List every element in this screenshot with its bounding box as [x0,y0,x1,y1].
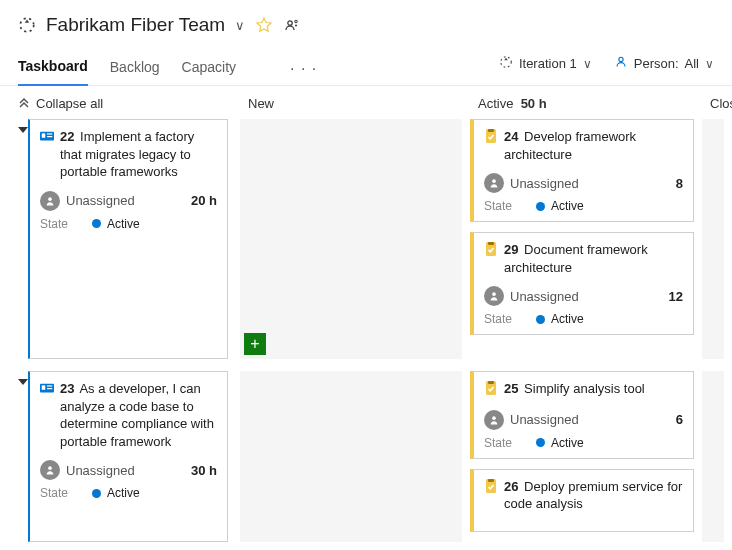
task-title: Deploy premium service for code analysis [504,479,682,512]
task-card[interactable]: 25 Simplify analysis tool Unassigned 6 S… [470,371,694,459]
tab-taskboard[interactable]: Taskboard [18,52,88,86]
person-value: All [685,56,699,71]
add-task-button[interactable]: + [244,333,266,355]
state-dot-icon [536,438,545,447]
svg-rect-22 [488,381,494,384]
closed-drop-zone[interactable] [702,119,724,359]
svg-rect-11 [488,129,494,132]
task-icon [484,129,498,148]
pbi-card[interactable]: 23 As a developer, I can analyze a code … [28,371,228,542]
svg-point-1 [288,21,292,25]
task-icon [484,381,498,400]
pbi-card[interactable]: 22 Implement a factory that migrates leg… [28,119,228,359]
pbi-hours: 20 h [191,193,217,208]
svg-point-12 [492,179,496,183]
pbi-id: 22 [60,129,74,144]
svg-rect-7 [47,136,52,137]
task-id: 24 [504,129,518,144]
closed-drop-zone[interactable] [702,371,724,542]
task-title: Document framework architecture [504,242,648,275]
taskboard-grid: 22 Implement a factory that migrates leg… [0,119,732,542]
column-headers: Collapse all New Active 50 h Closed [0,86,732,119]
svg-rect-17 [47,385,52,386]
svg-point-20 [48,467,52,471]
pbi-hours: 30 h [191,463,217,478]
team-title: Fabrikam Fiber Team [46,14,225,36]
iteration-picker[interactable]: Iteration 1 ∨ [499,55,592,72]
swimlane-new-cell [240,371,470,542]
state-label: State [40,486,68,500]
swimlane-active-cell: 25 Simplify analysis tool Unassigned 6 S… [470,371,702,542]
state-label: State [40,217,68,231]
collapse-all-label: Collapse all [36,96,103,111]
swimlane-closed-cell [702,371,732,542]
state-dot-icon [536,315,545,324]
svg-point-4 [619,57,623,61]
task-id: 26 [504,479,518,494]
unassigned-avatar-icon [40,460,60,480]
swimlane-pbi-cell: 22 Implement a factory that migrates leg… [18,119,240,359]
person-filter[interactable]: Person: All ∨ [614,55,714,72]
task-id: 29 [504,242,518,257]
svg-rect-25 [488,479,494,482]
members-icon[interactable] [283,16,301,34]
swimlane-new-cell: + [240,119,470,359]
svg-rect-6 [47,133,52,134]
state-dot-icon [92,219,101,228]
svg-point-9 [48,197,52,201]
swimlane-pbi-cell: 23 As a developer, I can analyze a code … [18,371,240,542]
column-closed: Closed [702,96,732,111]
task-hours: 8 [676,176,683,191]
new-drop-zone[interactable] [240,371,462,542]
tab-capacity[interactable]: Capacity [182,53,236,85]
chevron-down-icon: ∨ [583,57,592,71]
swimlane-caret-icon[interactable] [18,127,28,133]
team-sprint-icon [18,16,36,34]
task-card[interactable]: 24 Develop framework architecture Unassi… [470,119,694,222]
svg-rect-19 [42,385,46,389]
state-dot-icon [536,202,545,211]
sprint-icon [499,55,513,72]
swimlane-active-cell: 24 Develop framework architecture Unassi… [470,119,702,359]
svg-point-23 [492,416,496,420]
star-icon[interactable] [255,16,273,34]
tab-backlog[interactable]: Backlog [110,53,160,85]
iteration-label: Iteration 1 [519,56,577,71]
state-value: Active [551,312,584,326]
team-chevron-down-icon[interactable]: ∨ [235,18,245,33]
new-drop-zone[interactable]: + [240,119,462,359]
task-title: Simplify analysis tool [524,381,645,396]
collapse-all-button[interactable]: Collapse all [18,96,240,111]
task-hours: 12 [669,289,683,304]
task-icon [484,479,498,498]
column-new: New [240,96,470,111]
task-hours: 6 [676,412,683,427]
svg-rect-18 [47,388,52,389]
state-value: Active [551,436,584,450]
state-value: Active [107,486,140,500]
assignee-label: Unassigned [66,193,135,208]
task-icon [484,242,498,261]
assignee-label: Unassigned [510,289,579,304]
pbi-icon [40,381,54,399]
page-header: Fabrikam Fiber Team ∨ [0,0,732,42]
task-card[interactable]: 26 Deploy premium service for code analy… [470,469,694,532]
state-dot-icon [92,489,101,498]
task-title: Develop framework architecture [504,129,636,162]
assignee-label: Unassigned [66,463,135,478]
person-prefix: Person: [634,56,679,71]
column-active-hours: 50 h [521,96,547,111]
pbi-title: Implement a factory that migrates legacy… [60,129,194,179]
unassigned-avatar-icon [484,410,504,430]
chevron-down-icon: ∨ [705,57,714,71]
swimlane-caret-icon[interactable] [18,379,28,385]
svg-rect-8 [42,133,46,137]
assignee-label: Unassigned [510,412,579,427]
pbi-icon [40,129,54,147]
assignee-label: Unassigned [510,176,579,191]
unassigned-avatar-icon [40,191,60,211]
task-card[interactable]: 29 Document framework architecture Unass… [470,232,694,335]
column-active-label: Active [478,96,513,111]
state-value: Active [107,217,140,231]
tab-overflow-icon[interactable]: · · · [286,60,321,78]
